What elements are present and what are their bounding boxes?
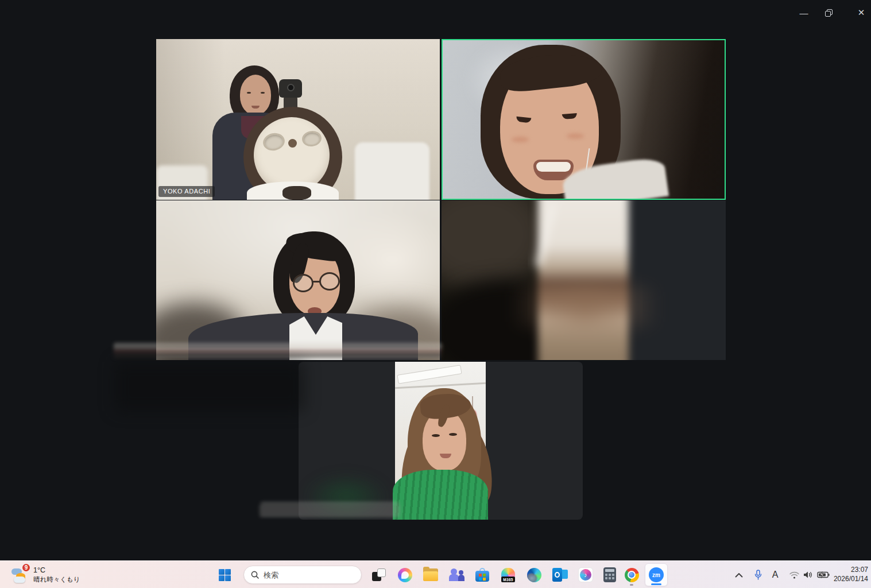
clock-date: 2026/01/14: [826, 574, 868, 583]
video-tile-1[interactable]: YOKO ADACHI: [156, 39, 440, 200]
notification-badge: 9: [21, 563, 31, 572]
tray-clock[interactable]: 23:07 2026/01/14: [826, 565, 868, 583]
tile4-dark-right: [628, 200, 726, 360]
wifi-icon: [789, 571, 799, 579]
close-button[interactable]: ✕: [854, 7, 869, 18]
windows-taskbar: 9 1°C 晴れ時々くもり: [0, 560, 871, 588]
taskbar-app-m365-copilot[interactable]: M365: [497, 563, 520, 586]
taskbar-app-copilot[interactable]: [393, 563, 416, 586]
m365-badge: M365: [501, 577, 515, 582]
weather-icon: 9: [10, 566, 29, 583]
running-indicator: [630, 584, 633, 586]
taskbar-app-outlook[interactable]: [548, 563, 571, 586]
taskbar-app-file-explorer[interactable]: [419, 563, 442, 586]
file-explorer-icon: [423, 568, 438, 581]
tile1-person-face: [240, 75, 271, 115]
taskbar-app-chrome[interactable]: [620, 563, 643, 586]
tile1-robot-camera-lens: [287, 84, 295, 91]
tile1-robot-bib-shade: [282, 186, 311, 200]
taskbar-app-edge[interactable]: [522, 563, 545, 586]
tile1-chair: [355, 142, 429, 200]
motion-ghost-artifact: [115, 362, 304, 411]
motion-ghost-artifact: [114, 343, 442, 358]
video-tile-2[interactable]: [442, 39, 726, 200]
tile5-sweater-cable-texture: [393, 470, 488, 520]
m365-copilot-icon: M365: [501, 567, 516, 582]
participant-name-label: YOKO ADACHI: [158, 186, 215, 197]
calculator-icon: [603, 567, 616, 582]
start-icon: [225, 569, 231, 575]
search-icon: [251, 571, 259, 579]
start-icon: [219, 575, 224, 581]
weather-widget[interactable]: 9 1°C 晴れ時々くもり: [6, 563, 85, 586]
restore-icon: [825, 9, 833, 17]
taskbar-search[interactable]: [243, 566, 362, 584]
start-button[interactable]: [219, 569, 231, 581]
tile5-person-eye: [449, 433, 457, 436]
taskbar-app-calculator[interactable]: [598, 563, 621, 586]
tile2-soft-focus: [443, 40, 725, 199]
tray-microphone[interactable]: [752, 568, 764, 582]
tile1-person-eye: [261, 92, 265, 94]
tile4-soft-focus: [528, 200, 642, 360]
taskbar-app-microsoft-store[interactable]: [471, 563, 494, 586]
tray-hidden-icons-chevron[interactable]: [733, 568, 745, 582]
minimize-button[interactable]: —: [796, 8, 811, 18]
tile1-person-eye: [247, 92, 251, 94]
start-icon: [219, 569, 224, 575]
speaker-icon: [803, 571, 813, 579]
tile5-green-sweater: [393, 470, 488, 520]
tile5-person-eye: [432, 434, 440, 437]
zoom-meeting-window: — ✕ YOKO ADACHI: [0, 0, 871, 588]
outlook-icon: [552, 568, 568, 582]
tile3-glasses-bridge: [312, 281, 320, 283]
video-tile-3[interactable]: [156, 200, 440, 360]
weather-temperature: 1°C: [33, 566, 80, 575]
search-input[interactable]: [264, 571, 344, 579]
video-tile-5[interactable]: [299, 362, 583, 520]
task-view-icon: [371, 567, 386, 582]
clock-time: 23:07: [826, 565, 868, 574]
tray-wifi[interactable]: [788, 568, 800, 582]
microphone-icon: [754, 570, 762, 581]
chevron-up-icon: [735, 572, 743, 578]
window-controls: — ✕: [796, 3, 871, 22]
taskbar-app-task-view[interactable]: [367, 563, 390, 586]
motion-ghost-artifact: [260, 502, 400, 517]
zoom-icon: zm: [649, 567, 664, 582]
copilot-icon: [398, 568, 412, 582]
restore-button[interactable]: [825, 9, 840, 17]
video-tile-4[interactable]: [442, 200, 726, 360]
edge-icon: [527, 568, 541, 582]
weather-condition: 晴れ時々くもり: [33, 575, 80, 583]
tray-volume[interactable]: [802, 568, 814, 582]
start-icon: [225, 575, 231, 581]
tile1-robot-nose: [288, 139, 297, 148]
taskbar-app-itunes[interactable]: ♪: [574, 563, 597, 586]
active-app-indicator: [651, 583, 661, 585]
microsoft-store-icon: [475, 568, 489, 582]
itunes-icon: ♪: [578, 567, 593, 582]
tray-ime-mode[interactable]: A: [770, 568, 780, 582]
taskbar-app-teams[interactable]: [445, 563, 468, 586]
tile3-glasses-right-lens: [319, 272, 340, 291]
teams-icon: [449, 567, 464, 582]
tile3-glasses-left-lens: [293, 274, 313, 292]
taskbar-app-zoom[interactable]: zm: [645, 563, 668, 586]
chrome-icon: [625, 568, 639, 582]
